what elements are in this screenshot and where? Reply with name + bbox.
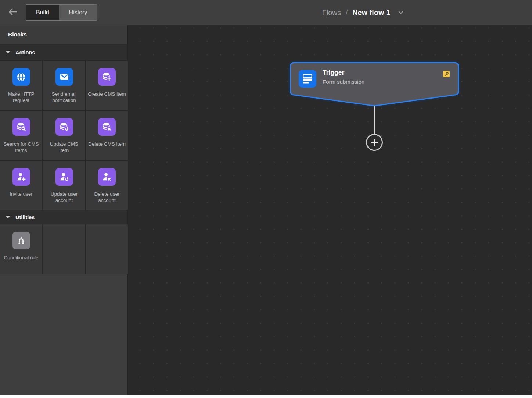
trigger-node-text: Trigger Form submission bbox=[323, 69, 364, 85]
block-delete-user-account[interactable]: Delete user account bbox=[86, 161, 128, 210]
caret-down-icon bbox=[6, 51, 10, 54]
breadcrumb: Flows / New flow 1 bbox=[322, 0, 405, 25]
caret-down-icon bbox=[6, 216, 10, 218]
trigger-title: Trigger bbox=[323, 69, 364, 77]
section-actions-label: Actions bbox=[15, 50, 35, 56]
trigger-subtitle: Form submission bbox=[323, 79, 364, 85]
section-utilities-label: Utilities bbox=[15, 214, 35, 220]
database-plus-icon bbox=[98, 68, 116, 86]
block-label: Create CMS item bbox=[88, 91, 126, 97]
user-refresh-icon bbox=[55, 168, 73, 186]
utilities-grid: Conditional rule bbox=[0, 224, 127, 274]
block-conditional-rule[interactable]: Conditional rule bbox=[0, 224, 42, 274]
database-search-icon bbox=[12, 118, 30, 136]
block-label: Search for CMS items bbox=[2, 141, 41, 153]
tab-build[interactable]: Build bbox=[26, 5, 59, 20]
branch-icon bbox=[12, 232, 30, 249]
blocks-panel: Blocks Actions Make HT bbox=[0, 25, 128, 395]
form-icon bbox=[299, 70, 316, 88]
flow-menu-button[interactable] bbox=[397, 9, 405, 16]
block-make-http-request[interactable]: Make HTTP request bbox=[0, 61, 42, 110]
sidebar-empty-area bbox=[0, 274, 127, 395]
block-label: Update CMS item bbox=[45, 141, 84, 153]
top-bar: Build History Flows / New flow 1 bbox=[0, 0, 532, 25]
envelope-icon bbox=[55, 68, 73, 86]
add-step-button[interactable] bbox=[366, 134, 383, 151]
chevron-down-icon bbox=[397, 9, 405, 16]
connector-line bbox=[374, 106, 375, 135]
block-update-cms-item[interactable]: Update CMS item bbox=[43, 111, 85, 160]
user-x-icon bbox=[98, 168, 116, 186]
flow-builder-app: Build History Flows / New flow 1 Blocks … bbox=[0, 0, 532, 398]
section-utilities[interactable]: Utilities bbox=[0, 210, 127, 224]
tab-history[interactable]: History bbox=[59, 5, 97, 20]
plus-icon bbox=[371, 139, 378, 146]
flow-name[interactable]: New flow 1 bbox=[352, 8, 390, 17]
globe-icon bbox=[12, 68, 30, 86]
wrench-badge[interactable] bbox=[443, 71, 450, 77]
block-label: Conditional rule bbox=[4, 255, 39, 261]
arrow-left-icon bbox=[8, 7, 18, 18]
trigger-node[interactable]: Trigger Form submission bbox=[289, 61, 460, 110]
block-label: Update user account bbox=[45, 191, 84, 203]
empty-cell bbox=[86, 224, 128, 274]
block-delete-cms-item[interactable]: Delete CMS item bbox=[86, 111, 128, 160]
user-plus-icon bbox=[12, 168, 30, 186]
block-search-cms-items[interactable]: Search for CMS items bbox=[0, 111, 42, 160]
breadcrumb-separator: / bbox=[346, 8, 348, 17]
block-invite-user[interactable]: Invite user bbox=[0, 161, 42, 210]
block-label: Make HTTP request bbox=[2, 91, 41, 103]
actions-grid: Make HTTP request Send email notificatio… bbox=[0, 61, 127, 210]
database-refresh-icon bbox=[55, 118, 73, 136]
wrench-icon bbox=[444, 72, 449, 77]
breadcrumb-flows[interactable]: Flows bbox=[322, 8, 341, 17]
blocks-panel-title: Blocks bbox=[0, 25, 127, 45]
block-send-email-notification[interactable]: Send email notification bbox=[43, 61, 85, 110]
back-button[interactable] bbox=[6, 6, 20, 19]
database-x-icon bbox=[98, 118, 116, 136]
block-update-user-account[interactable]: Update user account bbox=[43, 161, 85, 210]
flow-canvas[interactable]: Trigger Form submission bbox=[128, 25, 532, 395]
block-label: Invite user bbox=[10, 191, 32, 198]
block-label: Delete user account bbox=[87, 191, 126, 203]
section-actions[interactable]: Actions bbox=[0, 45, 127, 61]
bottom-strip bbox=[0, 395, 532, 398]
block-label: Delete CMS item bbox=[88, 141, 126, 148]
empty-cell bbox=[43, 224, 85, 274]
block-label: Send email notification bbox=[45, 91, 84, 103]
view-tab-group: Build History bbox=[26, 4, 97, 21]
block-create-cms-item[interactable]: Create CMS item bbox=[86, 61, 128, 110]
